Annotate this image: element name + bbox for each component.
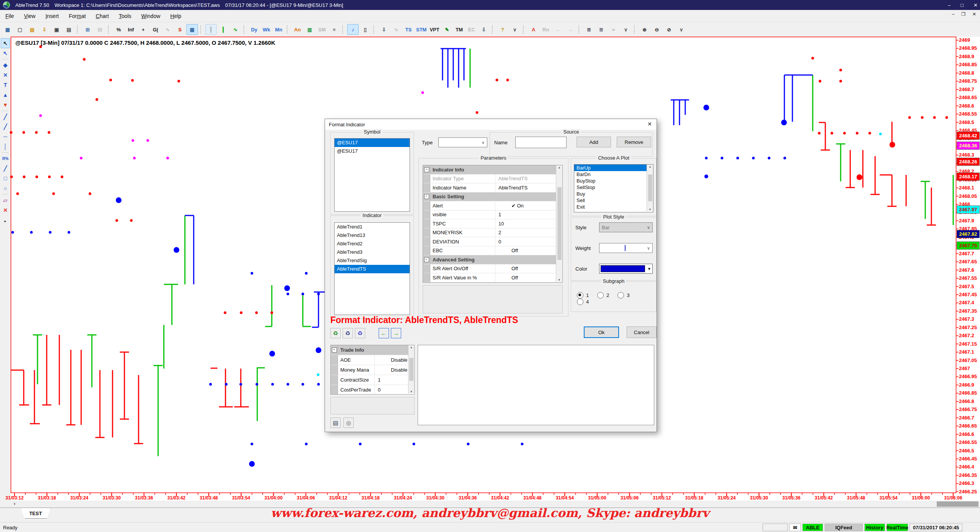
tool-cursor-new-icon[interactable]: ↖ xyxy=(1,48,10,58)
parameters-grid[interactable]: −Indicator InfoIndicator TypeAbleTrendTS… xyxy=(423,165,563,283)
toolbar-label-An[interactable]: An xyxy=(292,24,303,35)
tool-delete-red-icon[interactable]: ✕ xyxy=(1,205,10,215)
symbol-list-item[interactable]: @ESU17 xyxy=(335,147,410,155)
parameter-row[interactable]: S/R Alert On/OffOff xyxy=(423,264,562,274)
toolbar-new-window-icon[interactable]: ▢ xyxy=(14,24,26,35)
tool-fib-icon[interactable]: R% xyxy=(1,153,10,163)
tool-cross-blue-icon[interactable]: ✕ xyxy=(1,70,10,80)
menu-tools[interactable]: Tools xyxy=(119,13,131,19)
toolbar-gauge-download-icon[interactable]: ⇩ xyxy=(378,24,390,35)
collapse-icon[interactable]: − xyxy=(332,348,337,352)
plot-list-item[interactable]: Buy xyxy=(574,191,653,197)
parameter-row[interactable]: Indicator TypeAbleTrendTS xyxy=(423,175,562,184)
toolbar-label-SM[interactable]: SM xyxy=(316,24,328,35)
indicator-list-item[interactable]: AbleTrendSig xyxy=(335,256,410,265)
toolbar-label-Rn[interactable]: Rn xyxy=(540,24,552,35)
remove-button[interactable]: Remove xyxy=(617,137,651,147)
toolbar-zoom-out-icon[interactable]: ⊖ xyxy=(651,24,663,35)
trade-info-row[interactable]: ContractSize1 xyxy=(331,375,414,385)
toolbar-chart-window-icon[interactable]: ▦ xyxy=(2,24,13,35)
tool-eraser-icon[interactable]: ▱ xyxy=(1,195,10,205)
grid-value-cell[interactable]: Off xyxy=(495,246,562,255)
parameter-row[interactable]: TSPC10 xyxy=(423,219,562,228)
indicator-list-item[interactable]: AbleTrend1 xyxy=(335,223,410,231)
parameters-scrollbar[interactable]: ▴▾ xyxy=(556,165,562,282)
child-close-icon[interactable]: ✕ xyxy=(972,11,976,17)
tool-segment-icon[interactable]: ╱ xyxy=(1,112,10,122)
grid-value-cell[interactable]: 10 xyxy=(495,219,562,228)
symbol-list[interactable]: @ESU17@ESU17 xyxy=(334,138,410,212)
refresh-green-button[interactable]: ♻ xyxy=(330,328,341,338)
collapse-icon[interactable]: − xyxy=(424,194,429,199)
toolbar-bar-mode-icon[interactable]: ┃ xyxy=(205,24,217,35)
parameter-row[interactable]: MONEYRISK2 xyxy=(423,228,562,238)
toolbar-label-S[interactable]: S xyxy=(174,24,186,35)
toolbar-multi-bars-icon[interactable]: ▥ xyxy=(304,24,315,35)
toolbar-open-folder-icon[interactable]: ▨ xyxy=(26,24,38,35)
indicator-list[interactable]: AbleTrend1AbleTrend13AbleTrend2AbleTrend… xyxy=(334,222,410,315)
indicator-list-item[interactable]: AbleTrend2 xyxy=(335,240,410,248)
parameter-row[interactable]: Alert✔ On xyxy=(423,201,562,211)
trade-info-row[interactable]: AOEDisable xyxy=(331,355,414,365)
toolbar-zigzag-green-icon[interactable]: ∿ xyxy=(230,24,241,35)
plot-list-item[interactable]: SellStop xyxy=(574,184,653,191)
toolbar-label-Inf[interactable]: Inf xyxy=(125,24,137,35)
menu-format[interactable]: Format xyxy=(69,13,86,19)
parameter-row[interactable]: visible1 xyxy=(423,211,562,220)
toolbar-label-VPT[interactable]: VPT xyxy=(428,24,440,35)
toolbar-book-icon[interactable]: ▯ xyxy=(359,24,371,35)
toolbar-label-G|[interactable]: G| xyxy=(150,24,161,35)
prev-arrow-button[interactable]: ← xyxy=(379,328,389,338)
toolbar-note-icon[interactable]: ♪ xyxy=(347,24,359,35)
toolbar-label-Wk[interactable]: Wk xyxy=(261,24,272,35)
subgraph-radio[interactable]: 2 xyxy=(597,292,609,299)
subgraph-radio[interactable]: 1 xyxy=(577,292,589,299)
trade-info-row[interactable]: Money ManaDisable xyxy=(331,365,414,375)
toolbar-label-Dy[interactable]: Dy xyxy=(248,24,260,35)
toolbar-help-icon[interactable]: ? xyxy=(497,24,508,35)
parameter-row[interactable]: EBCOff xyxy=(423,246,562,256)
toolbar-list-report2-icon[interactable]: ≣ xyxy=(596,24,607,35)
tool-line-icon[interactable]: ╱ xyxy=(1,122,10,132)
plot-list-item[interactable]: BarUp xyxy=(574,165,653,171)
scrollbar-thumb[interactable] xyxy=(937,501,978,507)
toolbar-wave-icon[interactable]: ∿ xyxy=(162,24,173,35)
window-maximize-icon[interactable]: □ xyxy=(960,2,964,8)
tool-arrow-up-blue-icon[interactable]: ▲ xyxy=(1,90,10,100)
grid-value-cell[interactable]: AbleTrendTS xyxy=(495,183,562,192)
weight-combo[interactable]: ∨ xyxy=(599,243,653,253)
tool-vline-icon[interactable]: │ xyxy=(1,142,10,152)
toolbar-chevron-icon[interactable]: ∨ xyxy=(620,24,632,35)
menu-window[interactable]: Window xyxy=(141,13,160,19)
drawing-toolbar-expander[interactable]: ▸ xyxy=(4,219,6,223)
type-combo[interactable]: ∨ xyxy=(438,137,487,147)
child-restore-icon[interactable]: ❐ xyxy=(961,11,965,17)
toolbar-chevron-icon[interactable]: ∨ xyxy=(676,24,687,35)
analyze-button[interactable]: ◎ xyxy=(343,418,354,428)
window-minimize-icon[interactable]: – xyxy=(948,2,951,8)
add-button[interactable]: Add xyxy=(577,137,611,147)
cancel-button[interactable]: Cancel xyxy=(627,326,657,338)
parameter-row[interactable]: DEVIATION0 xyxy=(423,237,562,246)
toolbar-pin-icon[interactable]: ➢ xyxy=(608,24,619,35)
collapse-icon[interactable]: − xyxy=(424,167,429,172)
toolbar-label-STM[interactable]: STM xyxy=(415,24,428,35)
toolbar-paste-icon[interactable]: ⊟ xyxy=(94,24,106,35)
subgraph-radio[interactable]: 3 xyxy=(617,292,629,299)
next-arrow-button[interactable]: → xyxy=(391,328,401,338)
child-minimize-icon[interactable]: – xyxy=(952,11,954,17)
grid-value-cell[interactable]: Off xyxy=(495,264,562,273)
tool-hline-icon[interactable]: ─ xyxy=(1,132,10,142)
plot-list[interactable]: BarUpBarDnBuyStopSellStopBuySellExit▴▾ xyxy=(574,164,653,212)
tool-rect-icon[interactable]: □ xyxy=(1,173,10,183)
tab-test[interactable]: TEST xyxy=(21,508,51,519)
parameter-row[interactable]: S/R Alert Value in %Off xyxy=(423,273,562,282)
menu-chart[interactable]: Chart xyxy=(96,13,109,19)
menu-view[interactable]: View xyxy=(24,13,36,19)
menu-help[interactable]: Help xyxy=(170,13,181,19)
window-close-icon[interactable]: ✕ xyxy=(973,2,978,8)
plot-list-item[interactable]: BuyStop xyxy=(574,178,653,184)
plot-list-item[interactable]: BarDn xyxy=(574,171,653,178)
trade-info-scrollbar[interactable]: ▴▾ xyxy=(408,345,414,393)
toolbar-save-icon[interactable]: ▣ xyxy=(51,24,62,35)
